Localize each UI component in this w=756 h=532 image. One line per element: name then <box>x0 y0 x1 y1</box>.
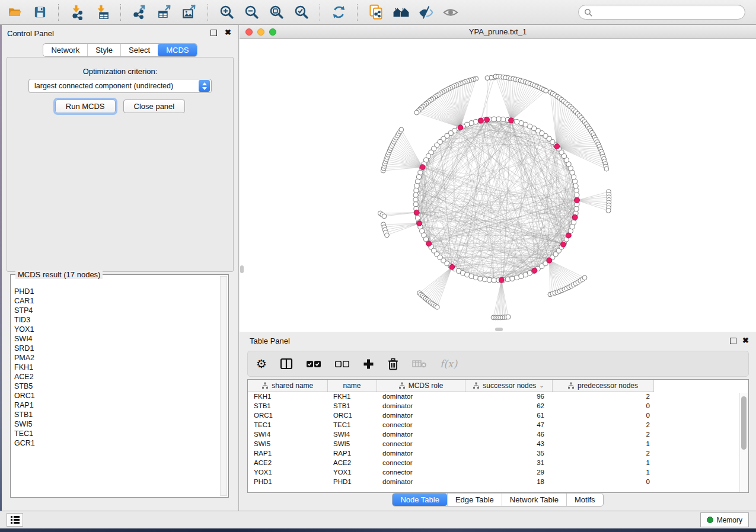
table-settings-icon[interactable]: ⚙ <box>256 356 267 371</box>
add-column-icon[interactable] <box>363 356 374 371</box>
delete-column-icon[interactable] <box>387 356 399 371</box>
table-scroll-thumb[interactable] <box>741 396 747 450</box>
mcds-node[interactable] <box>561 242 566 247</box>
tab-edge-table[interactable]: Edge Table <box>447 493 502 506</box>
close-panel-icon[interactable]: ✖ <box>225 28 231 37</box>
network-node[interactable] <box>473 275 478 280</box>
table-row[interactable]: PHD1PHD1dominator180 <box>248 477 653 486</box>
network-node[interactable] <box>487 277 492 282</box>
open-icon[interactable] <box>6 4 24 21</box>
network-hscroll-thumb[interactable] <box>495 328 503 331</box>
mcds-result-scrollbar[interactable] <box>220 276 227 496</box>
table-scrollbar[interactable] <box>739 393 748 492</box>
select-all-icon[interactable] <box>306 356 321 371</box>
deselect-all-icon[interactable] <box>334 356 350 371</box>
mcds-node[interactable] <box>532 268 537 273</box>
table-row[interactable]: ACE2ACE2connector311 <box>248 458 653 467</box>
mcds-result-item[interactable]: TID3 <box>14 315 218 325</box>
network-node[interactable] <box>574 188 579 193</box>
mcds-result-item[interactable]: ORC1 <box>14 391 218 400</box>
network-node[interactable] <box>414 110 419 115</box>
network-node[interactable] <box>415 216 420 220</box>
col-mcds-role[interactable]: MCDS role <box>377 380 465 392</box>
export-table-icon[interactable] <box>155 4 173 21</box>
criterion-dropdown[interactable]: largest connected component (undirected) <box>28 79 212 93</box>
function-builder-icon[interactable]: f(x) <box>440 356 457 371</box>
table-row[interactable]: FKH1FKH1dominator962 <box>248 392 653 401</box>
import-network-icon[interactable] <box>68 4 86 21</box>
network-canvas[interactable] <box>240 39 756 332</box>
mcds-result-item[interactable]: YOX1 <box>14 325 218 334</box>
network-node[interactable] <box>606 209 611 213</box>
mcds-node[interactable] <box>426 241 432 246</box>
export-image-icon[interactable] <box>180 4 198 21</box>
mcds-result-item[interactable]: GCR1 <box>14 438 218 448</box>
refresh-icon[interactable] <box>330 4 347 21</box>
memory-button[interactable]: Memory <box>700 512 749 527</box>
close-table-panel-icon[interactable]: ✖ <box>742 336 749 345</box>
network-node[interactable] <box>573 184 578 188</box>
mcds-result-item[interactable]: SRD1 <box>14 344 218 353</box>
show-graphics-details-icon[interactable] <box>442 4 460 21</box>
network-node[interactable] <box>416 175 421 180</box>
mcds-result-item[interactable]: PHD1 <box>14 287 218 296</box>
zoom-fit-icon[interactable] <box>267 4 285 21</box>
network-node[interactable] <box>415 179 420 184</box>
table-row[interactable]: SWI4SWI4dominator462 <box>248 430 653 439</box>
tab-select[interactable]: Select <box>120 44 158 56</box>
table-row[interactable]: TEC1TEC1connector472 <box>248 420 653 430</box>
mcds-node[interactable] <box>449 264 455 270</box>
network-node[interactable] <box>515 119 519 124</box>
mcds-result-item[interactable]: STB5 <box>14 382 218 391</box>
houses-icon[interactable] <box>392 4 410 21</box>
task-history-button[interactable] <box>7 513 23 527</box>
network-node[interactable] <box>492 117 496 121</box>
network-node[interactable] <box>414 184 419 188</box>
mcds-result-item[interactable]: ACE2 <box>14 372 218 382</box>
network-node[interactable] <box>414 188 419 193</box>
network-node[interactable] <box>505 277 510 282</box>
network-node[interactable] <box>385 233 390 238</box>
delete-table-icon[interactable] <box>412 356 427 371</box>
mcds-node[interactable] <box>414 210 419 215</box>
hide-graphics-details-icon[interactable] <box>417 4 435 21</box>
col-predecessor-nodes[interactable]: predecessor nodes <box>552 380 653 392</box>
float-table-panel-icon[interactable] <box>730 338 736 344</box>
tab-network[interactable]: Network <box>43 44 87 56</box>
network-node[interactable] <box>399 127 404 132</box>
network-node[interactable] <box>413 193 418 197</box>
tab-mcds[interactable]: MCDS <box>158 44 196 56</box>
table-row[interactable]: RAP1RAP1dominator352 <box>248 448 653 458</box>
mcds-result-item[interactable]: TEC1 <box>14 429 218 438</box>
zoom-in-icon[interactable] <box>218 4 235 21</box>
network-vscroll-thumb[interactable] <box>240 265 244 273</box>
network-node[interactable] <box>510 276 515 281</box>
zoom-out-icon[interactable] <box>243 4 260 21</box>
col-shared-name[interactable]: shared name <box>248 380 327 392</box>
network-node[interactable] <box>435 305 439 310</box>
network-node[interactable] <box>582 275 587 280</box>
network-node[interactable] <box>485 76 490 81</box>
mcds-result-item[interactable]: STB1 <box>14 410 218 419</box>
export-network-icon[interactable] <box>130 4 148 21</box>
mcds-node[interactable] <box>547 258 552 263</box>
tab-style[interactable]: Style <box>87 44 120 56</box>
network-node[interactable] <box>574 206 579 211</box>
table-row[interactable]: STB1STB1dominator620 <box>248 401 653 411</box>
tab-motifs[interactable]: Motifs <box>566 493 603 506</box>
tab-network-table[interactable]: Network Table <box>502 493 566 506</box>
network-node[interactable] <box>413 202 418 207</box>
zoom-selected-icon[interactable] <box>292 4 310 21</box>
col-successor-nodes[interactable]: successor nodes ⌄ <box>465 380 552 392</box>
mcds-node[interactable] <box>566 233 571 238</box>
mcds-result-item[interactable]: RAP1 <box>14 400 218 410</box>
network-node[interactable] <box>604 166 609 171</box>
network-node[interactable] <box>544 88 548 93</box>
copy-network-icon[interactable] <box>367 4 385 21</box>
mcds-node[interactable] <box>575 198 580 203</box>
split-view-icon[interactable] <box>280 356 293 371</box>
network-node[interactable] <box>506 315 511 319</box>
network-node[interactable] <box>496 117 501 121</box>
mcds-result-item[interactable]: PMA2 <box>14 353 218 363</box>
network-node[interactable] <box>483 277 487 282</box>
